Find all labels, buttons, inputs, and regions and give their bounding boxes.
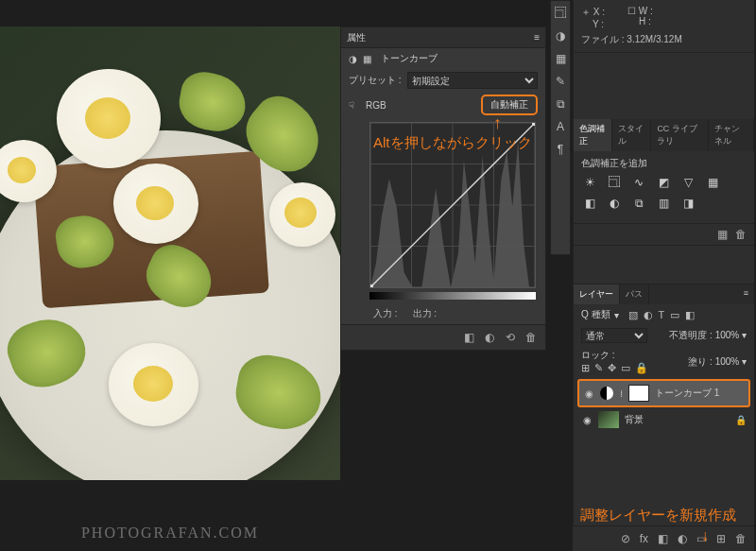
delete-layer-icon[interactable]: 🗑	[735, 532, 747, 545]
adj-exposure-icon[interactable]: ◩	[655, 176, 672, 191]
panel-menu-icon[interactable]: ≡	[534, 32, 540, 43]
info-panel: ＋ X : Y : ☐ W : H : ファイル : 3.12M/3.12M	[574, 0, 754, 53]
output-label: 出力 :	[413, 307, 438, 320]
adj-channelmix-icon[interactable]: ⧉	[630, 197, 647, 212]
tab-color-adjust[interactable]: 色調補正	[574, 119, 612, 151]
kind-dropdown-icon[interactable]: ▾	[614, 310, 619, 320]
lock-artboard-icon[interactable]: ▭	[621, 362, 630, 374]
svg-rect-8	[370, 284, 373, 287]
add-adjustment-label: 色調補正を追加	[581, 157, 747, 170]
reset-icon[interactable]: ⟲	[504, 331, 517, 344]
tool-type-icon[interactable]: A	[554, 120, 567, 133]
input-label: 入力 :	[373, 307, 398, 320]
on-image-tool-icon[interactable]: ☟	[349, 100, 354, 111]
filter-smart-icon[interactable]: ◧	[685, 309, 695, 321]
channel-label[interactable]: RGB	[360, 98, 392, 112]
fill-value[interactable]: 100%	[715, 356, 740, 367]
background-thumb	[598, 411, 619, 428]
filter-type-icon[interactable]: T	[659, 309, 665, 321]
layers-footer: ⊘ fx ◧ ◐ ▭ ⊞ 🗑	[573, 525, 754, 551]
tool-color-icon[interactable]: ◑	[554, 29, 567, 43]
tab-layers[interactable]: レイヤー	[574, 284, 620, 304]
adj-bw-icon[interactable]: ◧	[581, 197, 598, 212]
clip-icon[interactable]: ◧	[462, 331, 475, 344]
preset-label: プリセット :	[349, 74, 402, 87]
adj-photofilter-icon[interactable]: ◐	[606, 197, 623, 212]
adj-invert-icon[interactable]: ◨	[679, 197, 696, 212]
tab-channels[interactable]: チャンネル	[709, 119, 754, 151]
tab-styles[interactable]: スタイル	[612, 119, 651, 151]
annotation-alt-click: Altを押しながらクリック	[373, 134, 532, 152]
link-icon[interactable]: ⁞	[619, 388, 623, 399]
preset-select[interactable]: 初期設定	[407, 72, 538, 89]
layer-item-background[interactable]: ◉ 背景 🔒	[577, 407, 750, 432]
filter-pixel-icon[interactable]: ▧	[628, 309, 638, 321]
new-adjustment-layer-icon[interactable]: ◐	[678, 532, 687, 545]
svg-rect-10	[369, 292, 536, 300]
filter-shape-icon[interactable]: ▭	[670, 309, 679, 321]
right-panel-column: ＋ X : Y : ☐ W : H : ファイル : 3.12M/3.12M 色…	[573, 0, 754, 551]
tab-cc-libraries[interactable]: CC ライブラリ	[651, 119, 708, 151]
layer-item-tone-curve[interactable]: ◉ ⁞ トーンカーブ 1	[577, 379, 750, 407]
layer-name[interactable]: 背景	[625, 413, 730, 426]
adjustment-type-label: トーンカーブ	[381, 52, 438, 65]
opacity-label: 不透明度 :	[669, 330, 713, 340]
lock-label: ロック :	[581, 350, 615, 360]
canvas-area[interactable]	[0, 26, 340, 480]
tab-paths[interactable]: パス	[620, 284, 649, 304]
adj-hue-icon[interactable]: ▦	[704, 176, 721, 191]
tool-histogram-icon[interactable]: ⿹	[554, 7, 567, 20]
opacity-value[interactable]: 100%	[715, 330, 740, 340]
adj-brightness-icon[interactable]: ☀	[581, 176, 598, 191]
vertical-toolbar: ⿹ ◑ ▦ ✎ ⧉ A ¶	[550, 0, 571, 255]
watermark: PHOTOGRAFAN.COM	[81, 525, 259, 542]
curve-icon: ◑	[349, 54, 357, 64]
blend-mode-select[interactable]: 通常	[581, 328, 647, 343]
adjustment-thumb-icon	[600, 387, 613, 400]
adj-curves-icon[interactable]: ∿	[630, 176, 647, 191]
link-layers-icon[interactable]: ⊘	[621, 532, 630, 545]
lock-trans-icon[interactable]: ⊞	[581, 362, 590, 374]
new-layer-icon[interactable]: ⊞	[716, 532, 726, 545]
tool-brush-icon[interactable]: ✎	[554, 75, 567, 88]
properties-panel: 属性 ≡ ◑ ▦ トーンカーブ プリセット : 初期設定 ☟ RGB 自動補正 …	[340, 26, 546, 351]
layers-menu-icon[interactable]: ≡	[738, 284, 754, 304]
tool-clone-icon[interactable]: ⧉	[554, 97, 567, 111]
annotation-new-adjustment: 調整レイヤーを新規作成	[580, 507, 736, 525]
tool-swatches-icon[interactable]: ▦	[554, 52, 567, 65]
trash-icon[interactable]: 🗑	[524, 331, 538, 344]
file-size-value: 3.12M/3.12M	[627, 34, 681, 44]
add-mask-icon[interactable]: ◧	[658, 532, 668, 545]
filter-adjust-icon[interactable]: ◐	[644, 309, 653, 321]
lock-icon: 🔒	[735, 415, 747, 425]
tool-paragraph-icon[interactable]: ¶	[554, 143, 567, 156]
svg-rect-9	[532, 123, 535, 126]
document-image	[0, 26, 340, 480]
annotation-arrow-up: ↑	[493, 113, 502, 133]
lock-paint-icon[interactable]: ✎	[594, 362, 603, 374]
mask-tab-icon[interactable]: ▦	[363, 54, 371, 64]
layer-filter-kind[interactable]: Q 種類	[581, 308, 610, 321]
auto-correct-button[interactable]: 自動補正	[481, 95, 538, 115]
visibility-toggle-icon[interactable]: ◉	[581, 415, 593, 425]
layers-panel: レイヤー パス ≡ Q 種類 ▾ ▧ ◐ T ▭ ◧ 通常 不透明度 : 100…	[574, 284, 754, 434]
adj-levels-icon[interactable]: ⿹	[606, 176, 623, 191]
annotation-arrow-down: ↓	[701, 527, 709, 544]
layer-name[interactable]: トーンカーブ 1	[655, 387, 745, 400]
visibility-toggle-icon[interactable]: ◉	[583, 388, 594, 399]
lock-pos-icon[interactable]: ✥	[608, 362, 616, 374]
adjustments-panel: 色調補正 スタイル CC ライブラリ チャンネル 色調補正を追加 ☀ ⿹ ∿ ◩…	[574, 119, 754, 246]
file-label: ファイル :	[581, 34, 625, 44]
adj-footer-icon[interactable]: ▦	[717, 228, 728, 241]
adj-vibrance-icon[interactable]: ▽	[679, 176, 696, 191]
adj-colorlookup-icon[interactable]: ▥	[655, 197, 672, 212]
fx-icon[interactable]: fx	[640, 532, 648, 545]
properties-title: 属性	[347, 31, 366, 44]
fill-label: 塗り :	[688, 356, 713, 367]
view-prev-icon[interactable]: ◐	[483, 331, 496, 344]
adj-trash-icon[interactable]: 🗑	[735, 228, 747, 241]
lock-all-icon[interactable]: 🔒	[635, 362, 648, 374]
layer-mask-thumb[interactable]	[628, 385, 649, 402]
